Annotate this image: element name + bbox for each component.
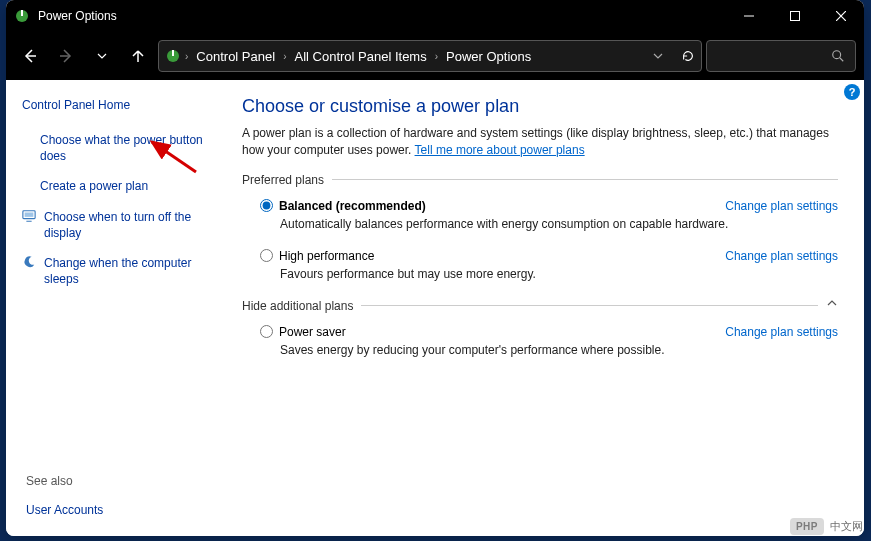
preferred-plans-heading: Preferred plans [242, 173, 838, 187]
svg-line-11 [840, 58, 844, 62]
plan-radio-balanced[interactable]: Balanced (recommended) [260, 199, 426, 213]
svg-rect-9 [172, 50, 174, 56]
sidebar-item-label: Change when the computer sleeps [44, 255, 206, 287]
plan-name: Balanced (recommended) [279, 199, 426, 213]
page-description: A power plan is a collection of hardware… [242, 125, 838, 159]
svg-rect-3 [791, 12, 800, 21]
plan-name: Power saver [279, 325, 346, 339]
minimize-button[interactable] [726, 0, 772, 32]
plan-name: High performance [279, 249, 374, 263]
watermark: PHP 中文网 [790, 518, 863, 535]
sidebar-link-sleep[interactable]: Change when the computer sleeps [22, 255, 206, 287]
window-frame: Power Options › Control Panel › All Cont… [6, 0, 864, 536]
sidebar-link-create-plan[interactable]: Create a power plan [22, 178, 206, 194]
change-plan-settings-link[interactable]: Change plan settings [725, 325, 838, 339]
control-panel-home-link[interactable]: Control Panel Home [22, 98, 206, 112]
section-label: Hide additional plans [242, 299, 353, 313]
collapse-icon[interactable] [818, 297, 838, 309]
see-also-user-accounts[interactable]: User Accounts [26, 502, 103, 518]
up-button[interactable] [122, 40, 154, 72]
sidebar-item-label: Choose what the power button does [40, 132, 206, 164]
tell-me-more-link[interactable]: Tell me more about power plans [415, 143, 585, 157]
content-area: ? Control Panel Home Choose what the pow… [6, 80, 864, 536]
sidebar-link-power-button[interactable]: Choose what the power button does [22, 132, 206, 164]
page-heading: Choose or customise a power plan [242, 96, 838, 117]
sidebar-link-display-off[interactable]: Choose when to turn off the display [22, 209, 206, 241]
radio-input[interactable] [260, 249, 273, 262]
watermark-logo: PHP [790, 518, 824, 535]
recent-locations-button[interactable] [86, 40, 118, 72]
sidebar-item-label: Choose when to turn off the display [44, 209, 206, 241]
radio-input[interactable] [260, 199, 273, 212]
close-button[interactable] [818, 0, 864, 32]
title-bar: Power Options [6, 0, 864, 32]
see-also-heading: See also [26, 474, 103, 488]
sidebar: Control Panel Home Choose what the power… [6, 80, 216, 536]
chevron-right-icon: › [281, 51, 288, 62]
plan-description: Saves energy by reducing your computer's… [260, 343, 838, 357]
plan-power-saver: Power saver Change plan settings Saves e… [242, 325, 838, 375]
app-icon [14, 8, 30, 24]
address-icon [165, 48, 181, 64]
watermark-text: 中文网 [830, 519, 863, 534]
plan-balanced: Balanced (recommended) Change plan setti… [242, 199, 838, 249]
address-bar[interactable]: › Control Panel › All Control Panel Item… [158, 40, 702, 72]
breadcrumb-segment[interactable]: Control Panel [192, 49, 279, 64]
additional-plans-heading[interactable]: Hide additional plans [242, 299, 838, 313]
chevron-right-icon: › [433, 51, 440, 62]
plan-description: Favours performance but may use more ene… [260, 267, 838, 281]
svg-point-10 [833, 51, 841, 59]
refresh-button[interactable] [681, 49, 695, 63]
moon-icon [22, 255, 40, 269]
nav-bar: › Control Panel › All Control Panel Item… [6, 32, 864, 80]
change-plan-settings-link[interactable]: Change plan settings [725, 249, 838, 263]
plan-description: Automatically balances performance with … [260, 217, 838, 231]
svg-rect-13 [25, 212, 34, 216]
sidebar-item-label: User Accounts [26, 502, 103, 518]
main-panel: Choose or customise a power plan A power… [216, 80, 864, 536]
sidebar-bottom: See also User Accounts [26, 474, 103, 518]
section-label: Preferred plans [242, 173, 324, 187]
monitor-icon [22, 209, 40, 223]
breadcrumb-segment[interactable]: Power Options [442, 49, 535, 64]
radio-input[interactable] [260, 325, 273, 338]
search-input[interactable] [706, 40, 856, 72]
address-dropdown-button[interactable] [653, 51, 663, 61]
breadcrumb-segment[interactable]: All Control Panel Items [290, 49, 430, 64]
sidebar-item-label: Create a power plan [40, 178, 148, 194]
plan-radio-power-saver[interactable]: Power saver [260, 325, 346, 339]
search-icon [831, 49, 845, 63]
window-title: Power Options [38, 9, 726, 23]
change-plan-settings-link[interactable]: Change plan settings [725, 199, 838, 213]
chevron-right-icon: › [183, 51, 190, 62]
plan-high-performance: High performance Change plan settings Fa… [242, 249, 838, 299]
maximize-button[interactable] [772, 0, 818, 32]
window-controls [726, 0, 864, 32]
plan-radio-high-performance[interactable]: High performance [260, 249, 374, 263]
back-button[interactable] [14, 40, 46, 72]
svg-rect-1 [21, 10, 23, 16]
forward-button[interactable] [50, 40, 82, 72]
